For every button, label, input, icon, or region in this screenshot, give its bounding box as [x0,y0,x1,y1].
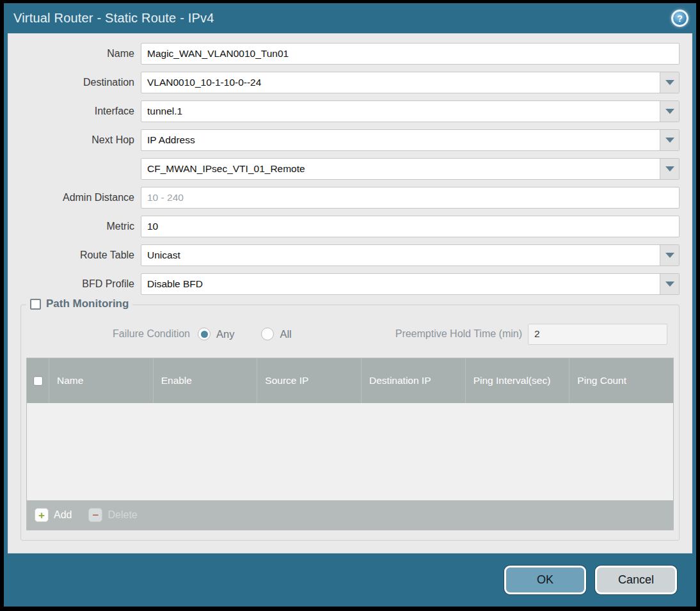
minus-icon: − [88,508,102,522]
name-label: Name [20,48,141,60]
radio-any-label: Any [216,328,234,340]
radio-dot [264,331,271,338]
delete-row-button: − Delete [88,508,137,522]
form-row-destination: Destination [20,72,680,93]
name-field [141,43,680,65]
add-row-button[interactable]: + Add [35,508,72,522]
column-header-ping-interval: Ping Interval(sec) [465,358,569,403]
add-button-label: Add [54,509,72,521]
chevron-down-icon [665,109,674,114]
column-header-destination-ip: Destination IP [361,358,465,403]
table-header-row: Name Enable Source IP Destination IP Pin… [27,358,673,403]
form-row-route-table: Route Table [20,244,680,266]
form-row-next-hop-address [20,158,680,180]
dialog-footer: OK Cancel [4,553,696,606]
chevron-down-icon [665,138,674,143]
select-all-checkbox[interactable] [33,376,43,386]
metric-field [141,216,680,237]
next-hop-label: Next Hop [20,134,141,146]
help-icon[interactable]: ? [671,10,688,27]
form-row-admin-distance: Admin Distance [20,187,680,209]
ok-button[interactable]: OK [504,566,586,594]
next-hop-type-dropdown-button[interactable] [660,130,679,150]
column-header-name: Name [49,358,153,403]
name-input[interactable] [141,44,679,64]
table-toolbar: + Add − Delete [27,500,673,530]
route-table-dropdown-button[interactable] [660,245,679,266]
path-monitoring-fieldset: Path Monitoring Failure Condition Any Al… [20,305,680,541]
path-monitoring-title: Path Monitoring [46,298,129,310]
delete-button-label: Delete [107,509,137,521]
admin-distance-field [141,187,680,209]
next-hop-address-dropdown-button[interactable] [660,159,679,179]
radio-any[interactable] [198,328,211,340]
chevron-down-icon [665,166,674,171]
form-row-interface: Interface [20,100,680,122]
bfd-profile-field [141,273,680,295]
next-hop-type-input[interactable] [141,130,660,150]
next-hop-type-field [141,129,680,151]
dialog-titlebar: Virtual Router - Static Route - IPv4 ? [4,3,696,33]
interface-input[interactable] [141,101,660,122]
failure-condition-row: Failure Condition Any All Preemptive Hol… [26,323,674,345]
form-row-next-hop: Next Hop [20,129,680,151]
admin-distance-input[interactable] [141,187,679,208]
route-table-label: Route Table [20,250,141,261]
dialog-frame: Virtual Router - Static Route - IPv4 ? N… [4,3,696,607]
metric-input[interactable] [141,216,679,237]
admin-distance-label: Admin Distance [20,192,141,203]
form-row-name: Name [20,43,680,65]
destination-field [141,72,680,93]
radio-all-label: All [280,328,291,340]
interface-field [141,100,680,122]
cancel-button[interactable]: Cancel [595,566,677,594]
destination-input[interactable] [141,72,660,93]
dialog-content: Name Destination Interface Next Hop [8,33,692,553]
table-body-empty [27,403,673,500]
radio-dot [201,331,208,338]
bfd-profile-input[interactable] [141,274,660,294]
chevron-down-icon [665,253,674,258]
failure-condition-any-option: Any [198,328,234,340]
form-row-metric: Metric [20,216,680,237]
route-table-field [141,244,680,266]
column-header-enable: Enable [153,358,257,403]
route-table-input[interactable] [141,245,660,266]
metric-label: Metric [20,221,141,232]
destination-label: Destination [20,77,141,88]
radio-all[interactable] [261,328,274,340]
chevron-down-icon [665,282,674,287]
form-row-bfd-profile: BFD Profile [20,273,680,295]
destination-dropdown-button[interactable] [660,72,679,93]
bfd-profile-dropdown-button[interactable] [660,274,679,294]
column-header-ping-count: Ping Count [569,358,673,403]
path-monitoring-table: Name Enable Source IP Destination IP Pin… [26,358,674,530]
select-all-cell [27,358,49,403]
interface-label: Interface [20,106,141,117]
preemptive-hold-time-label: Preemptive Hold Time (min) [395,328,522,340]
failure-condition-label: Failure Condition [26,328,198,340]
path-monitoring-legend: Path Monitoring [26,298,132,310]
plus-icon: + [35,508,49,522]
preemptive-hold-time-field [528,324,667,345]
failure-condition-all-option: All [261,328,291,340]
interface-dropdown-button[interactable] [660,101,679,122]
bfd-profile-label: BFD Profile [20,278,141,290]
path-monitoring-checkbox[interactable] [30,299,41,310]
next-hop-address-field [141,158,680,180]
dialog-title: Virtual Router - Static Route - IPv4 [13,11,214,26]
column-header-source-ip: Source IP [257,358,361,403]
next-hop-address-input[interactable] [141,159,660,179]
chevron-down-icon [665,80,674,85]
preemptive-hold-time-input[interactable] [529,328,668,340]
